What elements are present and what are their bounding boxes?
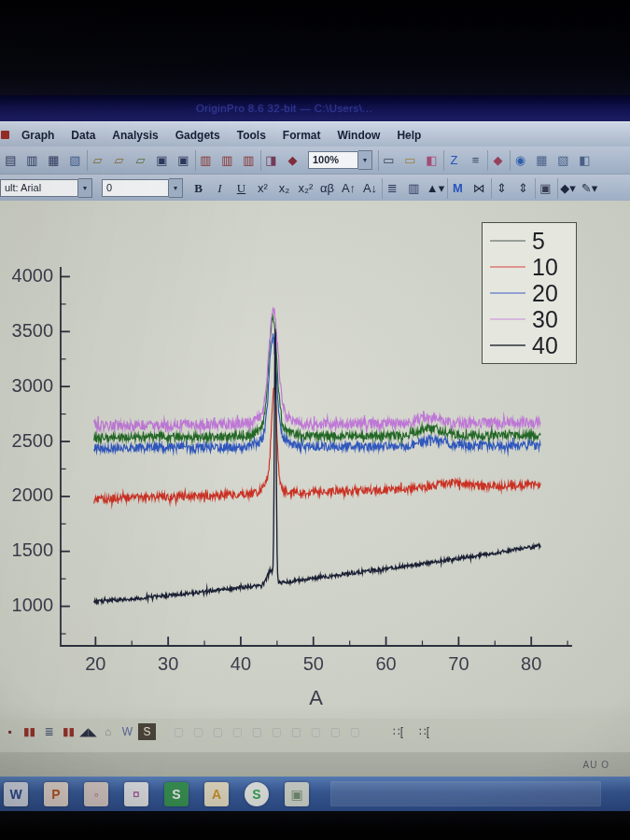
toolbar-icon-clipped-edge[interactable]: ◧ xyxy=(575,150,595,171)
taskbar-item-icon: S xyxy=(252,788,260,801)
toolbar-icon-zoom-tool[interactable]: ◉ xyxy=(510,150,530,171)
toolbar-icon-recalculate[interactable]: ◆ xyxy=(283,150,302,171)
format-button-decrease-font[interactable]: A↓ xyxy=(360,178,380,199)
chevron-down-icon: ▾ xyxy=(78,178,92,198)
plot-type-icon-ghost-9[interactable]: ▢ xyxy=(327,723,344,740)
format-button-master-items[interactable]: M xyxy=(447,178,468,199)
menu-bar: GraphDataAnalysisGadgetsToolsFormatWindo… xyxy=(0,121,630,147)
taskbar-item-word[interactable]: W xyxy=(4,782,28,806)
toolbar-icon-save-project[interactable]: ▣ xyxy=(152,150,172,171)
font-size-select[interactable]: 0 ▾ xyxy=(102,179,183,197)
menu-item-tools[interactable]: Tools xyxy=(229,123,274,147)
toolbar-icon-rescale[interactable]: Z xyxy=(443,150,464,171)
taskbar-item-app-origin[interactable]: ¤ xyxy=(124,782,148,806)
format-button-fill-color[interactable]: ◆▾ xyxy=(557,178,578,199)
legend-entry: 5 xyxy=(490,228,568,254)
plot-type-icon-area-chart[interactable]: ◢◣ xyxy=(79,723,97,740)
format-button-increase-spacing[interactable]: ⇕ xyxy=(491,178,511,199)
format-button-mirror[interactable]: ⋈ xyxy=(469,178,489,199)
menu-item-window[interactable]: Window xyxy=(329,123,389,147)
toolbar-icon-open-excel[interactable]: ▱ xyxy=(131,150,150,171)
toolbar-icon-layer-arrange[interactable]: ≡ xyxy=(466,150,485,171)
plot-type-icon-ghost-3[interactable]: ▢ xyxy=(209,723,227,740)
photo-of-screen: OriginPro 8.6 32-bit — C:\Users\... Grap… xyxy=(0,0,630,840)
toolbar-icon-open-theme[interactable]: ◨ xyxy=(260,150,281,171)
taskbar-item-powerpoint[interactable]: P xyxy=(44,782,68,806)
format-button-super-subscript[interactable]: x₂² xyxy=(296,178,315,199)
plot-type-icon-bar-chart[interactable]: ▮▮ xyxy=(60,723,77,740)
menu-item-gadgets[interactable]: Gadgets xyxy=(167,123,229,147)
toolbar-icon-open-template[interactable]: ▱ xyxy=(109,150,129,171)
taskbar-item-icon: W xyxy=(9,788,21,801)
format-button-fill-pattern[interactable]: ▥ xyxy=(404,178,424,199)
plot-type-icon-ghost-10[interactable]: ▢ xyxy=(346,723,364,740)
plot-type-icon-clipped-left[interactable]: ▪ xyxy=(1,723,19,740)
graph-window[interactable]: 5 10 20 30 40 xyxy=(0,201,630,721)
menu-item-format[interactable]: Format xyxy=(274,123,329,147)
taskbar-item-app-red[interactable]: ◦ xyxy=(84,782,108,806)
legend-line-sample xyxy=(490,344,525,346)
menu-item-data[interactable]: Data xyxy=(63,123,104,147)
toolbar-icon-copy-format[interactable]: ◧ xyxy=(422,150,441,171)
taskbar-item-app-a[interactable]: A xyxy=(204,782,229,806)
format-button-greek[interactable]: αβ xyxy=(317,178,337,199)
plot-type-icon-ghost-2[interactable]: ▢ xyxy=(189,723,207,740)
toolbar-icon-import-multiple-ascii[interactable]: ▥ xyxy=(239,150,259,171)
menu-item-analysis[interactable]: Analysis xyxy=(104,123,166,147)
toolbar-icon-new-function[interactable]: ▧ xyxy=(65,150,85,171)
status-text: AU O xyxy=(583,760,630,770)
toolbar-icon-print-preview[interactable]: ▭ xyxy=(400,150,420,171)
format-toolbar: ult: Arial ▾ 0 ▾ BIUx²x₂x₂²αβA↑A↓≣▥▲▾M⋈⇕… xyxy=(0,174,630,202)
format-button-superscript[interactable]: x² xyxy=(253,178,273,199)
format-button-italic[interactable]: I xyxy=(210,178,230,199)
toolbar-icon-print[interactable]: ▭ xyxy=(378,150,399,171)
plot-type-icon-line-symbol[interactable]: ≣ xyxy=(40,723,58,740)
format-button-line-style[interactable]: ≣ xyxy=(382,178,402,199)
format-button-decrease-spacing[interactable]: ⇕ xyxy=(513,178,533,199)
font-select[interactable]: ult: Arial ▾ xyxy=(0,179,92,197)
format-button-subscript[interactable]: x₂ xyxy=(274,178,294,199)
menu-item-help[interactable]: Help xyxy=(388,123,429,147)
format-button-line-color[interactable]: ✎▾ xyxy=(580,178,599,199)
chevron-down-icon: ▾ xyxy=(358,150,372,170)
toolbar-icon-new-project[interactable]: ▤ xyxy=(1,150,21,171)
menu-item-graph[interactable]: Graph xyxy=(13,123,63,147)
toolbar-icon-new-workbook[interactable]: ▥ xyxy=(22,150,42,171)
format-button-increase-font[interactable]: A↑ xyxy=(339,178,358,199)
plot-type-icon-ghost-8[interactable]: ▢ xyxy=(307,723,325,740)
format-button-symbol-picker[interactable]: ▲▾ xyxy=(426,178,445,199)
chart-legend[interactable]: 5 10 20 30 40 xyxy=(482,222,577,364)
toolbar-icon-project-explorer[interactable]: ◆ xyxy=(487,150,508,171)
plot-type-icon-edit-handles[interactable]: ∷[ xyxy=(389,723,407,740)
toolbar-icon-open[interactable]: ▱ xyxy=(87,150,107,171)
plot-type-icon-edit-handles-2[interactable]: ∷[ xyxy=(415,723,433,740)
plot-type-icon-polygon-plot[interactable]: ⌂ xyxy=(99,723,117,740)
toolbar-icon-save-as[interactable]: ▣ xyxy=(174,150,193,171)
plot-type-icon-ghost-7[interactable]: ▢ xyxy=(287,723,305,740)
plot-type-icon-column-chart[interactable]: ▮▮ xyxy=(21,723,38,740)
taskbar-item-photos[interactable]: ▣ xyxy=(285,782,309,806)
toolbar-icon-format-graph[interactable]: ▧ xyxy=(553,150,573,171)
toolbar-icon-import-single-ascii[interactable]: ▥ xyxy=(217,150,237,171)
format-button-insert-image[interactable]: ▣ xyxy=(535,178,555,199)
taskbar-item-icon: ◦ xyxy=(94,788,99,801)
plot-type-icon-ghost-5[interactable]: ▢ xyxy=(248,723,266,740)
toolbar-icon-new-graph[interactable]: ▦ xyxy=(44,150,63,171)
plot-type-icon-ghost-1[interactable]: ▢ xyxy=(170,723,188,740)
chevron-down-icon: ▾ xyxy=(169,178,183,198)
plot-type-icon-special-plot[interactable]: S xyxy=(138,723,156,740)
format-button-underline[interactable]: U xyxy=(231,178,251,199)
zoom-level-select[interactable]: 100% ▾ xyxy=(308,151,372,169)
format-button-bold[interactable]: B xyxy=(189,178,208,199)
plot-type-icon-ghost-4[interactable]: ▢ xyxy=(229,723,246,740)
zoom-level-value: 100% xyxy=(308,151,358,169)
taskbar-item-app-green-s[interactable]: S xyxy=(164,782,189,806)
plot-type-icon-ghost-6[interactable]: ▢ xyxy=(268,723,286,740)
toolbar-icon-worksheet-view[interactable]: ▦ xyxy=(532,150,552,171)
taskbar-active-window[interactable] xyxy=(330,781,601,806)
2d-graphs-toolbar: ▪▮▮≣▮▮◢◣⌂WS▢▢▢▢▢▢▢▢▢▢∷[∷[ xyxy=(0,719,630,752)
toolbar-icon-import-wizard[interactable]: ▥ xyxy=(195,150,216,171)
taskbar-item-skype[interactable]: S xyxy=(245,782,269,806)
application-window: OriginPro 8.6 32-bit — C:\Users\... Grap… xyxy=(0,95,630,811)
plot-type-icon-worksheet[interactable]: W xyxy=(119,723,136,740)
